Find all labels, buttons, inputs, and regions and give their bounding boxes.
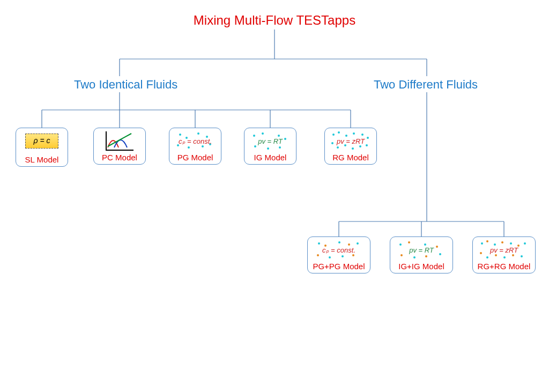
- card-pg[interactable]: cₚ = const. PG Model: [169, 128, 221, 165]
- pg-icon: cₚ = const.: [176, 131, 214, 151]
- rgrg-label: RG+RG Model: [475, 262, 533, 271]
- connector-lines: [0, 0, 549, 392]
- branch-different: Two Different Fluids: [374, 78, 478, 92]
- igig-label: IG+IG Model: [392, 262, 450, 271]
- ig-label: IG Model: [247, 153, 294, 162]
- rg-label: RG Model: [327, 153, 374, 162]
- pc-label: PC Model: [96, 153, 143, 162]
- pgpg-formula: cₚ = const.: [322, 246, 355, 254]
- ig-icon: pv = RT: [251, 131, 290, 151]
- igig-formula: pv = RT: [409, 246, 434, 254]
- card-pgpg[interactable]: cₚ = const. PG+PG Model: [307, 236, 370, 273]
- card-sl[interactable]: ρ = c SL Model: [16, 128, 68, 167]
- card-rg[interactable]: pv = zRT RG Model: [324, 128, 377, 165]
- card-rgrg[interactable]: pv = zRT RG+RG Model: [472, 236, 536, 273]
- pgpg-icon: cₚ = const.: [315, 240, 363, 260]
- rgrg-icon: pv = zRT: [480, 240, 528, 260]
- pc-icon: [100, 131, 139, 151]
- sl-icon: ρ = c: [23, 134, 61, 153]
- pgpg-label: PG+PG Model: [310, 262, 368, 271]
- rg-icon: pv = zRT: [331, 131, 370, 151]
- page-title: Mixing Multi-Flow TESTapps: [194, 13, 355, 28]
- rgrg-formula: pv = zRT: [490, 246, 518, 254]
- pg-label: PG Model: [172, 153, 219, 162]
- pg-formula: cₚ = const.: [179, 137, 212, 145]
- card-igig[interactable]: pv = RT IG+IG Model: [390, 236, 453, 273]
- igig-icon: pv = RT: [397, 240, 446, 260]
- sl-label: SL Model: [18, 155, 65, 164]
- card-pc[interactable]: PC Model: [93, 128, 146, 165]
- rg-formula: pv = zRT: [337, 137, 365, 145]
- card-ig[interactable]: pv = RT IG Model: [244, 128, 296, 165]
- ig-formula: pv = RT: [258, 137, 283, 145]
- branch-identical: Two Identical Fluids: [74, 78, 177, 92]
